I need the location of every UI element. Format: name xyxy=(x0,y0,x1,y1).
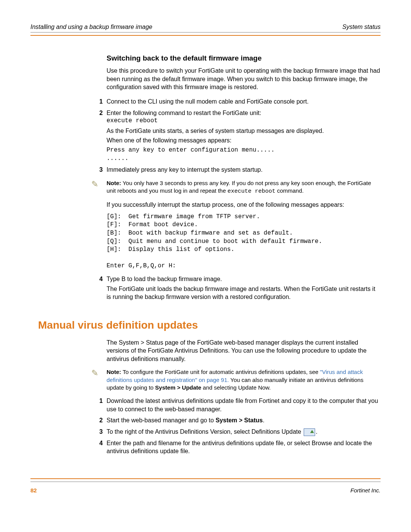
note-text: Note: You only have 3 seconds to press a… xyxy=(107,179,381,196)
note-part: To configure the FortiGate unit for auto… xyxy=(121,369,320,375)
step-text: Immediately press any key to interrupt t… xyxy=(107,166,381,174)
footer-company: Fortinet Inc. xyxy=(350,487,381,494)
step-number: 2 xyxy=(91,109,103,163)
switch-intro-paragraph: Use this procedure to switch your FortiG… xyxy=(107,67,381,91)
step-text: To the right of the Antivirus Definition… xyxy=(107,428,381,436)
footer-rule-grey xyxy=(30,481,381,482)
note-tail: command. xyxy=(276,187,304,194)
menu-block: [G]: Get firmware image from TFTP server… xyxy=(107,213,381,270)
note-code: execute reboot xyxy=(228,188,276,195)
step-text: Type B to load the backup firmware image… xyxy=(107,275,381,283)
header-rule-grey xyxy=(30,32,381,33)
step-number: 4 xyxy=(91,275,103,303)
step-text: Enter the path and filename for the anti… xyxy=(107,439,381,455)
page-number: 82 xyxy=(30,487,37,494)
definitions-update-icon[interactable] xyxy=(304,428,315,436)
step-text: Download the latest antivirus definition… xyxy=(107,397,381,413)
step-text: Connect to the CLI using the null modem … xyxy=(107,97,381,106)
footer-rule-orange xyxy=(30,478,381,479)
step-number: 1 xyxy=(91,397,103,413)
step-number: 3 xyxy=(91,428,103,436)
header-right: System status xyxy=(342,23,381,31)
step-text: Start the web-based manager and go to Sy… xyxy=(107,416,381,425)
step-number: 2 xyxy=(91,416,103,425)
step-text: Enter the following command to restart t… xyxy=(107,109,381,117)
step-number: 4 xyxy=(91,439,103,455)
manual-intro-paragraph: The System > Status page of the FortiGat… xyxy=(107,339,381,363)
step-number: 1 xyxy=(91,97,103,106)
step-paragraph: As the FortiGate units starts, a series … xyxy=(107,127,381,135)
step-post: . xyxy=(263,417,264,423)
code-block: Press any key to enter configuration men… xyxy=(107,146,381,163)
header-left: Installing and using a backup firmware i… xyxy=(30,23,152,31)
header-rule-orange xyxy=(30,35,381,36)
note-bold: System > Update xyxy=(155,384,201,391)
note-lead: Note: xyxy=(107,369,121,375)
step-paragraph: The FortiGate unit loads the backup firm… xyxy=(107,285,381,301)
step-pre: To the right of the Antivirus Definition… xyxy=(107,428,303,435)
heading-manual-virus-updates: Manual virus definition updates xyxy=(38,318,381,332)
step-paragraph: When one of the following messages appea… xyxy=(107,136,381,145)
note-part: and selecting Update Now. xyxy=(201,384,271,391)
note-lead: Note: xyxy=(107,180,121,186)
heading-switching-back: Switching back to the default firmware i… xyxy=(107,53,381,63)
paragraph: If you successfully interrupt the startu… xyxy=(107,201,381,209)
note-icon: ✎ xyxy=(91,179,103,189)
step-bold: System > Status xyxy=(215,417,263,423)
note-icon: ✎ xyxy=(91,368,103,377)
step-pre: Start the web-based manager and go to xyxy=(107,417,215,423)
step-number: 3 xyxy=(91,166,103,174)
note-text: Note: To configure the FortiGate unit fo… xyxy=(107,368,381,391)
code-block: execute reboot xyxy=(107,117,381,125)
step-post: . xyxy=(316,428,317,435)
